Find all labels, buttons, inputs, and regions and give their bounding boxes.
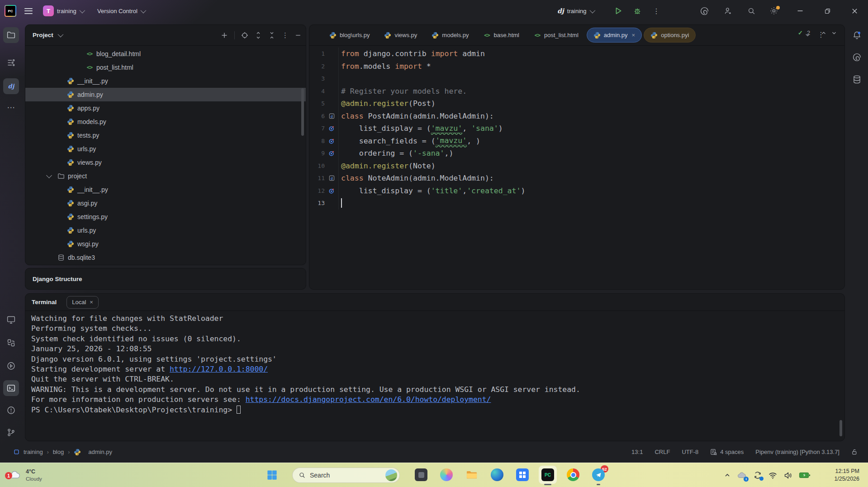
taskbar-clock[interactable]: 12:15 PM 1/25/2026	[812, 463, 859, 487]
tray-chevron-up-icon[interactable]	[724, 472, 731, 479]
line-separator[interactable]: CRLF	[655, 449, 670, 455]
code-line-2[interactable]: 2from.models import *	[309, 60, 844, 73]
project-folder-icon[interactable]	[3, 27, 19, 43]
code-line-1[interactable]: 1from django.contrib import admin	[309, 48, 844, 60]
code-line-11[interactable]: 11dclass NoteAdmin(admin.ModelAdmin):	[309, 172, 844, 185]
version-control-icon[interactable]	[3, 425, 19, 440]
editor-tab-options-pyi[interactable]: options.pyi	[644, 28, 696, 43]
taskbar-search-box[interactable]: Search	[292, 468, 400, 483]
code-line-5[interactable]: 5@admin.register(Post)	[309, 97, 844, 110]
python-interpreter[interactable]: Pipenv (training) [Python 3.13.7]	[755, 449, 840, 455]
chevron-down-icon[interactable]	[57, 32, 63, 38]
edge-taskbar-icon[interactable]	[490, 468, 504, 482]
editor-tab-admin-py[interactable]: admin.py×	[587, 28, 642, 43]
tree-item-blog-detail-html[interactable]: <>blog_detail.html	[25, 47, 306, 61]
vcs-widget[interactable]: Version Control	[97, 0, 145, 22]
code-line-10[interactable]: 10@admin.register(Note)	[309, 160, 844, 172]
more-options-icon[interactable]: ⋮	[282, 31, 289, 39]
override-gutter-icon[interactable]	[325, 125, 338, 132]
debug-button[interactable]	[631, 4, 644, 18]
wifi-icon[interactable]	[768, 471, 778, 480]
terminal-icon[interactable]	[3, 380, 19, 396]
override-gutter-icon[interactable]	[325, 138, 338, 144]
override-gutter-icon[interactable]	[325, 150, 338, 157]
tree-item-admin-py[interactable]: admin.py	[25, 88, 306, 101]
tree-item--init-py[interactable]: __init__.py	[25, 183, 306, 196]
editor-tab-post-list-html[interactable]: <>post_list.html	[527, 28, 585, 43]
tree-item-models-py[interactable]: models.py	[25, 115, 306, 129]
run-button[interactable]	[612, 4, 625, 18]
close-button[interactable]	[848, 4, 861, 18]
code-line-3[interactable]: 3	[309, 72, 844, 85]
prev-problem-icon[interactable]	[821, 30, 827, 36]
terminal-title[interactable]: Terminal	[32, 299, 57, 306]
collapse-all-icon[interactable]	[268, 32, 275, 39]
code-line-4[interactable]: 4# Register your models here.	[309, 85, 844, 98]
code-line-8[interactable]: 8 search_fields = ('mavzu', )	[309, 135, 844, 148]
chrome-taskbar-icon[interactable]	[566, 468, 580, 482]
project-panel-title[interactable]: Project	[33, 32, 53, 38]
breadcrumb-file[interactable]: admin.py	[88, 449, 112, 455]
editor-tab-base-html[interactable]: <>base.html	[477, 28, 526, 43]
editor-tab-blog-urls-py[interactable]: blog\urls.py	[323, 28, 376, 43]
problems-icon[interactable]	[3, 402, 19, 418]
tree-item-urls-py[interactable]: urls.py	[25, 142, 306, 156]
next-problem-icon[interactable]	[831, 30, 837, 36]
onedrive-icon[interactable]: i	[737, 470, 747, 481]
project-widget[interactable]: T training	[43, 0, 84, 22]
breadcrumb-project[interactable]: training	[24, 449, 43, 455]
more-tools-icon[interactable]: ⋯	[3, 100, 19, 115]
inspections-widget[interactable]: ✓ 2	[798, 29, 837, 36]
notifications-icon[interactable]	[849, 27, 865, 43]
tree-item-asgi-py[interactable]: asgi.py	[25, 196, 306, 210]
tree-item-tests-py[interactable]: tests.py	[25, 129, 306, 142]
close-terminal-tab-icon[interactable]: ×	[90, 299, 93, 306]
ai-assistant-icon[interactable]	[849, 49, 865, 65]
indent-setting[interactable]: 4 spaces	[710, 449, 744, 455]
code-line-13[interactable]: 13	[309, 197, 844, 210]
volume-icon[interactable]	[783, 471, 793, 480]
telegram-taskbar-icon[interactable]: 52	[592, 468, 605, 482]
terminal-output[interactable]: Watching for file changes with StatReloa…	[31, 314, 840, 439]
search-everywhere-button[interactable]	[745, 4, 758, 18]
task-view-taskbar-icon[interactable]	[414, 468, 428, 482]
unlocked-padlock-icon[interactable]	[851, 449, 858, 455]
tree-item-db-sqlite3[interactable]: db.sqlite3	[25, 251, 306, 264]
terminal-tab-local[interactable]: Local ×	[66, 296, 99, 309]
pycharm-taskbar-icon[interactable]: PC	[541, 468, 555, 482]
code-editor[interactable]: 1from django.contrib import admin2from.m…	[309, 46, 844, 289]
editor-tab-models-py[interactable]: models.py	[425, 28, 475, 43]
tree-item-wsgi-py[interactable]: wsgi.py	[25, 237, 306, 251]
django-gutter-icon[interactable]: d	[325, 175, 338, 181]
start-button[interactable]	[266, 469, 278, 481]
editor-tab-views-py[interactable]: views.py	[378, 28, 423, 43]
search-highlight-image[interactable]	[385, 469, 397, 481]
django-structure-icon[interactable]: dj	[3, 78, 19, 94]
copilot-taskbar-icon[interactable]	[440, 468, 453, 482]
code-line-6[interactable]: 6dclass PostAdmin(admin.ModelAdmin):	[309, 110, 844, 123]
expand-all-icon[interactable]	[255, 32, 262, 39]
tree-item-views-py[interactable]: views.py	[25, 156, 306, 169]
django-gutter-icon[interactable]: d	[325, 113, 338, 119]
close-tab-icon[interactable]: ×	[632, 32, 636, 38]
tree-item-project[interactable]: project	[25, 169, 306, 183]
add-icon[interactable]	[221, 32, 228, 39]
battery-icon[interactable]	[799, 470, 811, 480]
tree-item-urls-py[interactable]: urls.py	[25, 224, 306, 237]
python-console-icon[interactable]	[3, 312, 19, 328]
locate-file-icon[interactable]	[241, 32, 248, 39]
terminal-link[interactable]: http://127.0.0.1:8000/	[170, 365, 268, 373]
run-configuration[interactable]: dj training	[557, 0, 594, 22]
override-gutter-icon[interactable]	[325, 187, 338, 194]
breadcrumb-app[interactable]: blog	[53, 449, 64, 455]
terminal-scrollbar[interactable]	[840, 420, 842, 436]
code-line-7[interactable]: 7 list_display = ('mavzu', 'sana')	[309, 122, 844, 135]
file-encoding[interactable]: UTF-8	[682, 449, 698, 455]
tree-item--init-py[interactable]: __init__.py	[25, 74, 306, 88]
terminal-link[interactable]: https://docs.djangoproject.com/en/6.0/ho…	[246, 395, 491, 404]
project-scrollbar[interactable]	[301, 88, 304, 136]
tree-item-post-list-html[interactable]: <>post_list.html	[25, 61, 306, 74]
file-explorer-taskbar-icon[interactable]	[465, 468, 479, 482]
settings-button[interactable]	[767, 4, 781, 18]
restore-button[interactable]	[821, 4, 834, 18]
